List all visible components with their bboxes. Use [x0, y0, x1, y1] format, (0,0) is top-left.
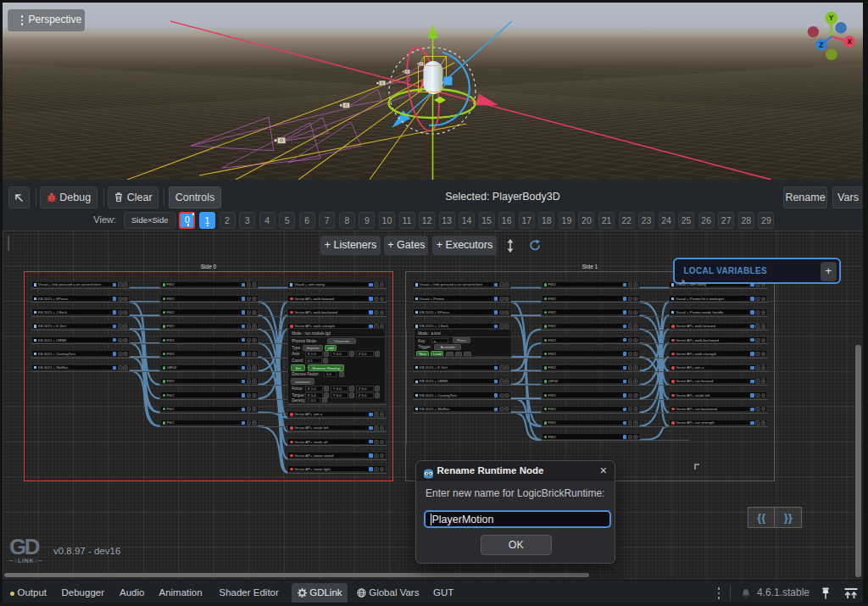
- svg-text:Y: Y: [829, 14, 834, 22]
- svg-text:X: X: [847, 37, 852, 46]
- svg-text:Z: Z: [819, 41, 823, 49]
